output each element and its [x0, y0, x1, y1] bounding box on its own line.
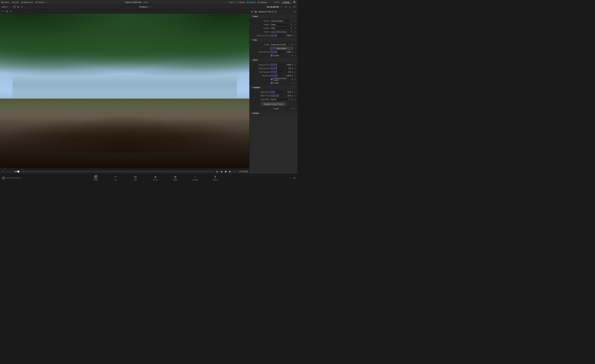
saturation-slider[interactable] [270, 75, 283, 77]
color-mode-reset-button[interactable]: ↺ [294, 98, 296, 101]
print-enable-keyframe-button[interactable]: ◆ [291, 82, 293, 84]
nav-color[interactable]: ⊕ Color [165, 174, 185, 182]
nav-cut[interactable]: ✂ Cut [106, 174, 126, 182]
section-output-header[interactable]: ▶ Output [249, 111, 298, 115]
vendor-dropdown[interactable]: Canon ▼ [270, 23, 293, 26]
exposure-comp-reset-button[interactable]: ↺ [294, 34, 296, 37]
exposure-comp-slider[interactable] [270, 34, 283, 37]
print-enable-checkbox[interactable]: ✓ [271, 82, 273, 84]
tab-settings[interactable]: Settings [281, 1, 291, 3]
format-reset-button[interactable]: ↺ [294, 31, 296, 33]
stop-button[interactable]: ⏹ [224, 170, 227, 173]
nav-deliver[interactable]: ⬆ Deliver [205, 174, 225, 182]
section-expand-header[interactable]: ▼ Expand [249, 85, 298, 90]
black-point-reset-button[interactable]: ↺ [294, 91, 296, 93]
fullscreen-icon[interactable]: ⤢ [289, 6, 291, 8]
profile-reset-button[interactable]: ↺ [294, 43, 296, 46]
audio-icon[interactable]: ♪ [9, 170, 12, 173]
pull-push-keyframe-button[interactable]: ◆ [291, 51, 293, 53]
nav-gallery[interactable]: ▦ Gallery [1, 1, 9, 3]
pull-push-reset-button[interactable]: ↺ [294, 51, 296, 53]
tool-3[interactable]: ✦ [20, 6, 23, 8]
camera-reset-button[interactable]: ↺ [294, 27, 296, 29]
search-button[interactable]: 🔍 [293, 1, 296, 4]
tool-2[interactable]: ⊞ [17, 6, 20, 8]
tool-1[interactable]: ⬛ [13, 6, 16, 8]
expand-enable-keyframe-button[interactable]: ◆ [291, 108, 293, 110]
color-density-reset-button[interactable]: ↺ [294, 71, 296, 73]
analyze-button[interactable]: Analyze Current Frame [261, 102, 286, 106]
profile-dropdown[interactable]: Kodak Vision3 250D ▼ [270, 43, 291, 46]
nav-fusion[interactable]: ◈ Fusion [145, 174, 165, 182]
nav-fairlight[interactable]: ♪ Fairlight [185, 175, 205, 182]
more-options-icon[interactable]: ••• [293, 6, 296, 8]
loop-button[interactable]: ↺ [233, 170, 236, 173]
expand-enable-checkbox[interactable] [271, 108, 273, 110]
pull-push-slider[interactable] [270, 51, 283, 53]
blade-tool-icon[interactable]: ✦ [9, 10, 12, 13]
vendor-reset-button[interactable]: ↺ [294, 23, 296, 26]
color-mode-keyframe-button[interactable]: ◆ [291, 98, 293, 100]
tonal-contrast-reset-button[interactable]: ↺ [294, 67, 296, 70]
section-input-header[interactable]: ▼ Input [249, 14, 298, 18]
white-point-keyframe-button[interactable]: ◆ [291, 95, 293, 97]
nav-edit[interactable]: ⊞ Edit [126, 174, 145, 182]
profile-keyframe-button[interactable]: ◆ [291, 44, 293, 45]
panel-content[interactable]: ▼ Input Source Choose Camera ▼ ↺ [249, 14, 298, 174]
saturation-reset-button[interactable]: ↺ [294, 75, 296, 77]
skip-start-button[interactable]: ⏮ [215, 170, 219, 173]
source-dropdown[interactable]: Choose Camera ▼ [270, 19, 293, 22]
auto-expand-button[interactable]: Auto Expand [270, 47, 293, 50]
nav-luts[interactable]: ▤ LUTs [12, 1, 19, 3]
nav-openfx[interactable]: ⊕ OpenFX [247, 1, 256, 3]
tonal-contrast-slider[interactable] [270, 67, 283, 70]
camera-icon[interactable]: 📷 [254, 10, 257, 13]
nav-lightbox[interactable]: ⊞ Lightbox [258, 1, 267, 3]
section-print-header[interactable]: ▼ Print [249, 58, 298, 62]
trim-tool-icon[interactable]: ⊞ [5, 10, 8, 13]
nav-clips[interactable]: Clips ▼ [229, 1, 235, 3]
trim-mode-icon[interactable]: ↕ [5, 170, 8, 173]
auto-expand-reset-button[interactable]: ↺ [294, 47, 296, 49]
section-film-header[interactable]: ▼ Film [249, 38, 298, 42]
effect-reset-icon[interactable]: ↺ [293, 10, 296, 13]
tonal-contrast-keyframe-button[interactable]: ◆ [291, 68, 293, 69]
select-tool-icon[interactable]: ↖ [1, 10, 4, 13]
print-exposure-reset-button[interactable]: ↺ [294, 63, 296, 66]
color-density-keyframe-button[interactable]: ◆ [291, 71, 293, 73]
film-enable-reset-button[interactable]: ↺ [294, 54, 296, 57]
play-button[interactable]: ▶ [228, 170, 232, 173]
exposure-comp-keyframe-button[interactable]: ◆ [291, 35, 293, 36]
sync-icon[interactable]: ↺ [284, 6, 287, 8]
step-back-button[interactable]: ◀ [220, 170, 223, 173]
print-exposure-keyframe-button[interactable]: ◆ [291, 64, 293, 65]
camera-dropdown[interactable]: C200 ▼ [270, 27, 293, 30]
source-reset-button[interactable]: ↺ [294, 20, 296, 22]
color-mode-dropdown[interactable]: Normal ▼ [270, 98, 291, 101]
analogue-range-limiter-reset-button[interactable]: ↺ [294, 78, 296, 80]
black-point-slider[interactable] [270, 91, 283, 93]
progress-bar[interactable] [14, 171, 213, 172]
black-point-keyframe-button[interactable]: ◆ [291, 91, 293, 93]
saturation-keyframe-button[interactable]: ◆ [291, 75, 293, 77]
settings-icon[interactable]: ⚙ [293, 176, 296, 180]
nav-media[interactable]: 🎬 Media [86, 174, 106, 182]
white-point-slider[interactable] [270, 95, 283, 97]
analogue-range-limiter-checkbox[interactable]: ✓ [271, 78, 273, 80]
print-exposure-slider[interactable] [270, 63, 283, 66]
color-density-slider[interactable] [270, 71, 283, 73]
film-enable-checkbox[interactable]: ✓ [271, 55, 273, 56]
nav-media-pool[interactable]: ▥ Media Pool [21, 1, 33, 3]
tab-library[interactable]: Library [272, 1, 281, 3]
record-indicator[interactable] [251, 11, 253, 13]
format-dropdown[interactable]: Log 3 Cinema Gamut ▼ [270, 30, 293, 33]
print-enable-reset-button[interactable]: ↺ [294, 82, 296, 84]
film-enable-keyframe-button[interactable]: ◆ [291, 55, 293, 56]
nav-nodes[interactable]: ⬡ Nodes [237, 1, 245, 3]
expand-enable-reset-button[interactable]: ↺ [294, 107, 296, 110]
nav-timeline[interactable]: ⊞ Timeline [35, 1, 44, 3]
home-icon[interactable]: ⌂ [289, 176, 291, 180]
progress-handle[interactable] [17, 171, 19, 173]
timecode-chevron-icon[interactable]: ▼ [280, 6, 283, 8]
analogue-range-limiter-keyframe-button[interactable]: ◆ [291, 78, 293, 80]
